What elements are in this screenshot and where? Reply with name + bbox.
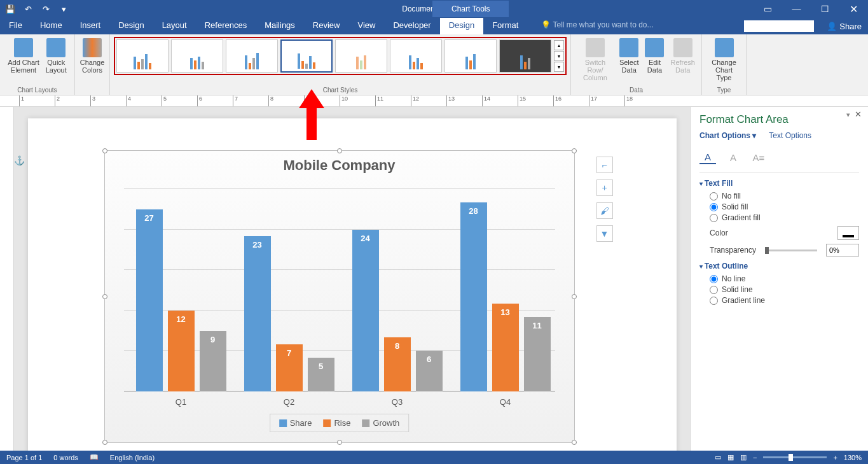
redo-icon[interactable]: ↷ [41, 4, 51, 14]
print-layout-icon[interactable]: ▦ [727, 453, 734, 461]
solid-line-radio[interactable]: Solid line [710, 285, 859, 294]
qat-customize-icon[interactable]: ▾ [59, 4, 69, 14]
tell-me-search[interactable]: 💡 Tell me what you want to do... [535, 18, 659, 34]
legend-item[interactable]: Growth [362, 418, 399, 428]
text-fill-section[interactable]: Text Fill [699, 179, 859, 188]
category-group: 2375Q2 [238, 189, 340, 391]
tab-review[interactable]: Review [304, 18, 349, 34]
tab-chart-design[interactable]: Design [440, 18, 483, 34]
category-group: 2486Q3 [347, 189, 448, 391]
tab-references[interactable]: References [196, 18, 256, 34]
chart-style-6[interactable] [390, 39, 442, 73]
maximize-icon[interactable]: ☐ [811, 0, 839, 18]
minimize-icon[interactable]: — [782, 0, 811, 18]
bar-share[interactable]: 24 [352, 230, 379, 391]
word-count[interactable]: 0 words [53, 454, 78, 461]
tab-mailings[interactable]: Mailings [256, 18, 304, 34]
read-mode-icon[interactable]: ▭ [715, 453, 721, 461]
chart-style-2[interactable] [171, 39, 223, 73]
horizontal-ruler[interactable]: 1234 5678 9101112 13141516 1718 [0, 95, 868, 107]
solid-fill-radio[interactable]: Solid fill [710, 202, 859, 211]
tab-home[interactable]: Home [31, 18, 71, 34]
pane-options-icon[interactable]: ▾ [846, 111, 850, 119]
undo-icon[interactable]: ↶ [23, 4, 33, 14]
tab-chart-format[interactable]: Format [483, 18, 527, 34]
bar-share[interactable]: 28 [460, 202, 487, 391]
chart-style-8[interactable] [499, 39, 551, 73]
save-icon[interactable]: 💾 [5, 4, 15, 14]
change-chart-type-button[interactable]: Change Chart Type [706, 37, 742, 83]
textbox-icon[interactable]: A≡ [750, 150, 767, 164]
text-options-tab[interactable]: Text Options [769, 131, 811, 140]
chart-style-4-selected[interactable] [280, 39, 333, 73]
document-canvas[interactable]: ⚓ Mobile Company 27129Q12375Q224 [14, 107, 690, 463]
bar-rise[interactable]: 7 [276, 344, 303, 391]
tab-layout[interactable]: Layout [153, 18, 196, 34]
text-effects-icon[interactable]: A [725, 150, 741, 164]
gallery-row-up-icon[interactable]: ▴ [554, 40, 564, 50]
data-label: 7 [276, 348, 303, 358]
zoom-out-icon[interactable]: − [753, 454, 757, 461]
bar-share[interactable]: 27 [136, 209, 163, 391]
bar-share[interactable]: 23 [244, 236, 271, 391]
gallery-more-icon[interactable]: ▾ [554, 62, 564, 72]
legend-item[interactable]: Share [279, 418, 312, 428]
chart-filters-icon[interactable]: ▼ [596, 225, 613, 242]
spellcheck-icon[interactable]: 📖 [90, 453, 99, 461]
select-data-button[interactable]: Select Data [617, 37, 642, 83]
chart-title[interactable]: Mobile Company [105, 151, 574, 178]
vertical-ruler[interactable] [0, 107, 14, 463]
bar-growth[interactable]: 6 [416, 351, 443, 391]
pane-close-icon[interactable]: ✕ [855, 109, 862, 119]
page-indicator[interactable]: Page 1 of 1 [6, 454, 42, 461]
web-layout-icon[interactable]: ▥ [740, 453, 747, 461]
chart-style-1[interactable] [116, 39, 169, 73]
transparency-input[interactable] [826, 244, 859, 257]
gradient-fill-radio[interactable]: Gradient fill [710, 213, 859, 222]
tab-view[interactable]: View [348, 18, 384, 34]
color-picker[interactable] [837, 226, 859, 240]
search-box[interactable] [744, 20, 814, 32]
edit-data-button[interactable]: Edit Data [642, 37, 666, 83]
close-icon[interactable]: ✕ [839, 0, 868, 18]
add-chart-element-button[interactable]: Add Chart Element [5, 37, 42, 75]
chart-elements-icon[interactable]: + [596, 179, 613, 196]
text-outline-section[interactable]: Text Outline [699, 262, 859, 271]
bar-rise[interactable]: 8 [384, 337, 411, 391]
bar-growth[interactable]: 5 [308, 358, 334, 391]
layout-options-icon[interactable]: ⌐ [596, 157, 613, 173]
no-fill-radio[interactable]: No fill [710, 192, 859, 200]
chart-options-tab[interactable]: Chart Options ▾ [699, 131, 756, 140]
bar-rise[interactable]: 13 [492, 304, 519, 391]
share-button[interactable]: 👤 Share [820, 19, 868, 34]
change-colors-button[interactable]: Change Colors [78, 37, 107, 75]
transparency-slider[interactable] [765, 250, 817, 251]
chart-object[interactable]: Mobile Company 27129Q12375Q22486Q3281311… [104, 150, 575, 443]
chart-style-5[interactable] [335, 39, 387, 73]
chart-legend[interactable]: ShareRiseGrowth [270, 414, 410, 432]
legend-item[interactable]: Rise [323, 418, 350, 428]
data-label: 5 [308, 362, 334, 371]
text-fill-outline-icon[interactable]: A [699, 150, 716, 164]
bar-growth[interactable]: 9 [200, 331, 226, 391]
plot-area[interactable]: 27129Q12375Q22486Q3281311Q4 [124, 189, 555, 391]
tab-file[interactable]: File [0, 18, 31, 34]
chart-style-3[interactable] [226, 39, 278, 73]
tab-design-doc[interactable]: Design [109, 18, 153, 34]
gradient-line-radio[interactable]: Gradient line [710, 296, 859, 305]
gallery-row-down-icon[interactable]: ▾ [554, 51, 564, 61]
data-label: 11 [524, 321, 551, 330]
language-indicator[interactable]: English (India) [110, 454, 155, 461]
quick-layout-button[interactable]: Quick Layout [43, 37, 69, 75]
no-line-radio[interactable]: No line [710, 274, 859, 283]
ribbon-display-options-icon[interactable]: ▭ [754, 0, 782, 18]
zoom-in-icon[interactable]: + [833, 454, 837, 461]
chart-style-7[interactable] [444, 39, 497, 73]
chart-styles-icon[interactable]: 🖌 [596, 202, 613, 219]
zoom-level[interactable]: 130% [844, 454, 862, 461]
zoom-slider[interactable] [763, 456, 827, 458]
bar-growth[interactable]: 11 [524, 317, 551, 391]
bar-rise[interactable]: 12 [168, 311, 195, 391]
tab-insert[interactable]: Insert [71, 18, 110, 34]
tab-developer[interactable]: Developer [384, 18, 439, 34]
